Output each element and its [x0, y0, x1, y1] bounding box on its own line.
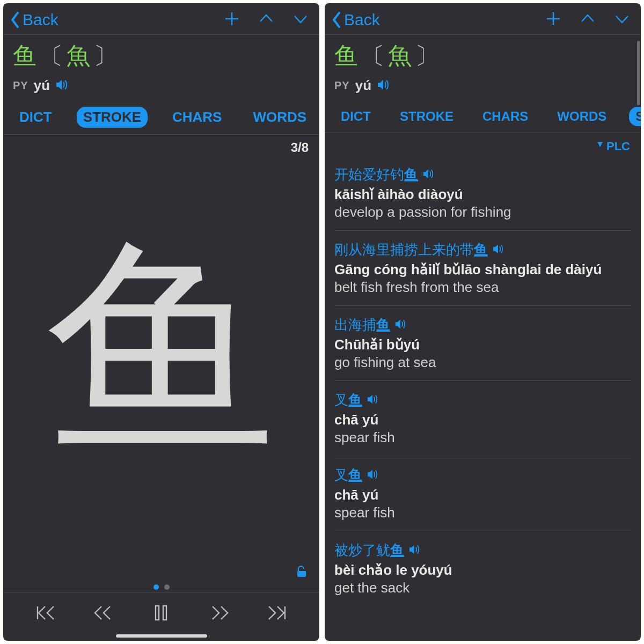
- char-simplified: 鱼: [334, 40, 358, 72]
- rewind-button[interactable]: [92, 603, 115, 625]
- speaker-icon: [394, 319, 406, 330]
- character-row: 鱼 〔 魚 〕: [13, 40, 310, 72]
- chevron-left-icon: [331, 11, 343, 29]
- stroke-glyph: 鱼: [46, 234, 277, 465]
- play-sentence-button[interactable]: [367, 467, 378, 484]
- bracket-open: 〔: [361, 40, 385, 72]
- tab-dict[interactable]: DICT: [13, 107, 58, 128]
- tab-stroke[interactable]: STROKE: [77, 107, 148, 128]
- tab-chars[interactable]: CHARS: [476, 107, 535, 126]
- tab-sents[interactable]: SENTS: [629, 107, 641, 126]
- add-button[interactable]: [544, 11, 562, 29]
- pinyin-label: PY: [13, 79, 28, 92]
- playback-controls: [3, 592, 319, 641]
- entry-header: 鱼 〔 魚 〕 PY yú: [3, 35, 319, 97]
- sentence-chinese: 刚从海里捕捞上来的带鱼: [334, 240, 631, 259]
- sentences-body: ▼ PLC 开始爱好钓鱼kāishǐ àihào diàoyúdevelop a…: [325, 133, 641, 641]
- char-traditional: 魚: [388, 40, 412, 72]
- speaker-icon: [422, 169, 434, 179]
- play-sentence-button[interactable]: [492, 241, 504, 258]
- sentence-english: get the sack: [334, 580, 631, 596]
- page-dot-1[interactable]: [153, 584, 159, 590]
- tab-words[interactable]: WORDS: [551, 107, 613, 126]
- sentence-item[interactable]: 被炒了鱿鱼bèi chǎo le yóuyúget the sack: [334, 531, 631, 606]
- sentence-item[interactable]: 刚从海里捕捞上来的带鱼Gāng cóng hǎilǐ bǔlāo shàngla…: [334, 231, 631, 306]
- pause-button[interactable]: [149, 603, 173, 625]
- back-button[interactable]: Back: [10, 11, 58, 29]
- pinyin-text: yú: [34, 77, 50, 94]
- pinyin-row: PY yú: [334, 77, 631, 94]
- rewind-icon: [92, 603, 115, 623]
- source-dropdown[interactable]: ▼ PLC: [325, 133, 641, 156]
- svg-rect-5: [163, 606, 166, 620]
- play-sentence-button[interactable]: [422, 166, 434, 183]
- tab-stroke[interactable]: STROKE: [393, 107, 460, 126]
- pinyin-text: yú: [355, 77, 371, 94]
- skip-start-icon: [34, 603, 58, 623]
- play-audio-button[interactable]: [55, 79, 68, 93]
- back-button[interactable]: Back: [331, 11, 380, 29]
- unlock-icon: [296, 565, 308, 578]
- character-row: 鱼 〔 魚 〕: [334, 40, 631, 72]
- sentence-english: spear fish: [334, 429, 631, 446]
- sentences-pane: Back 鱼 〔 魚 〕 PY yú DICT STROKE CHARS WOR…: [325, 3, 641, 641]
- sentence-chinese: 被炒了鱿鱼: [334, 541, 631, 560]
- back-label: Back: [23, 11, 58, 29]
- sentence-english: belt fish fresh from the sea: [334, 279, 631, 296]
- forward-button[interactable]: [207, 603, 231, 625]
- sentence-chinese: 开始爱好钓鱼: [334, 165, 631, 184]
- sentence-pinyin: Gāng cóng hǎilǐ bǔlāo shànglai de dàiyú: [334, 261, 631, 278]
- entry-header: 鱼 〔 魚 〕 PY yú: [325, 35, 641, 97]
- svg-rect-2: [297, 571, 306, 577]
- sentence-chinese: 叉鱼: [334, 391, 631, 409]
- prev-entry-button[interactable]: [579, 11, 597, 29]
- sentence-list: 开始爱好钓鱼kāishǐ àihào diàoyúdevelop a passi…: [325, 156, 641, 606]
- next-entry-button[interactable]: [613, 11, 631, 29]
- next-entry-button[interactable]: [291, 11, 310, 29]
- skip-end-button[interactable]: [265, 603, 288, 625]
- plus-icon: [544, 11, 562, 27]
- sentence-english: develop a passion for fishing: [334, 204, 631, 221]
- tab-chars[interactable]: CHARS: [166, 107, 228, 128]
- play-sentence-button[interactable]: [408, 542, 420, 559]
- add-button[interactable]: [223, 11, 241, 29]
- page-indicator: [3, 580, 319, 592]
- top-bar: Back: [3, 3, 319, 34]
- chevron-up-icon: [579, 11, 597, 27]
- stroke-canvas[interactable]: 鱼: [3, 155, 319, 565]
- tab-bar: DICT STROKE CHARS WORDS SENTS: [325, 97, 641, 133]
- sentence-english: go fishing at sea: [334, 354, 631, 371]
- play-sentence-button[interactable]: [367, 392, 378, 408]
- speaker-icon: [55, 79, 68, 91]
- char-simplified: 鱼: [13, 40, 36, 72]
- chevron-up-icon: [257, 11, 275, 27]
- sentence-item[interactable]: 开始爱好钓鱼kāishǐ àihào diàoyúdevelop a passi…: [334, 156, 631, 231]
- forward-icon: [207, 603, 231, 623]
- bracket-close: 〕: [93, 40, 117, 72]
- bracket-close: 〕: [415, 40, 438, 72]
- play-audio-button[interactable]: [377, 79, 390, 93]
- sentence-item[interactable]: 叉鱼chā yúspear fish: [334, 381, 631, 456]
- scroll-indicator[interactable]: [637, 41, 640, 105]
- prev-entry-button[interactable]: [257, 11, 275, 29]
- svg-rect-4: [156, 606, 159, 620]
- lock-toggle[interactable]: [296, 565, 308, 580]
- skip-start-button[interactable]: [34, 603, 58, 625]
- page-dot-2[interactable]: [164, 584, 170, 590]
- sentence-chinese: 叉鱼: [334, 466, 631, 485]
- back-label: Back: [344, 11, 380, 29]
- tab-words[interactable]: WORDS: [246, 107, 313, 128]
- home-indicator[interactable]: [116, 634, 207, 638]
- sentence-pinyin: chā yú: [334, 412, 631, 428]
- plus-icon: [223, 11, 241, 27]
- sentence-chinese: 出海捕鱼: [334, 316, 631, 334]
- tab-dict[interactable]: DICT: [334, 107, 377, 126]
- sentence-item[interactable]: 叉鱼chā yúspear fish: [334, 456, 631, 531]
- triangle-down-icon: ▼: [596, 140, 604, 153]
- sentence-cn-text: 开始爱好钓鱼: [334, 165, 418, 184]
- source-label: PLC: [606, 140, 630, 153]
- sentence-item[interactable]: 出海捕鱼Chūhǎi bǔyúgo fishing at sea: [334, 306, 631, 381]
- play-sentence-button[interactable]: [394, 317, 406, 333]
- pinyin-label: PY: [334, 79, 350, 92]
- sentence-english: spear fish: [334, 504, 631, 521]
